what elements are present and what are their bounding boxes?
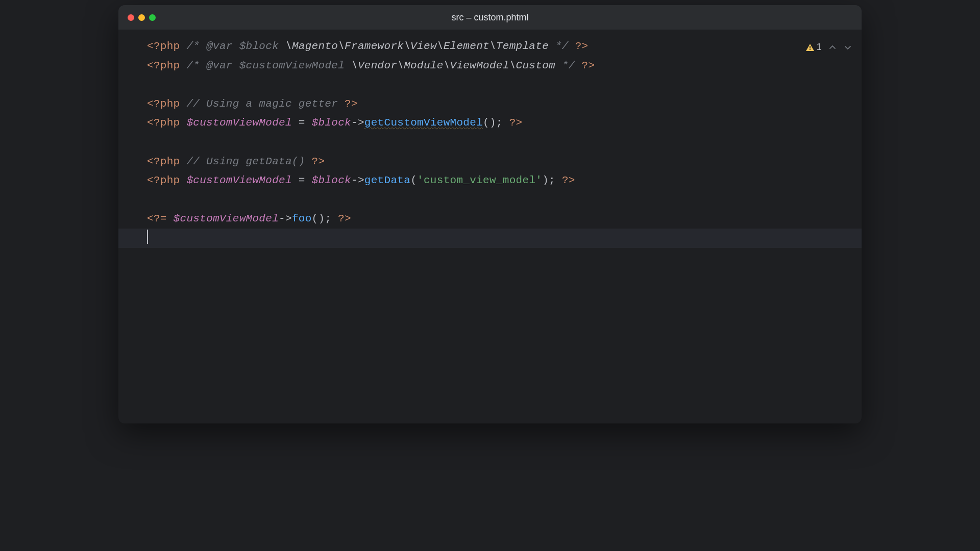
inspection-widget: 1 bbox=[805, 38, 852, 57]
code-line[interactable]: <?php /* @var $block \Magento\Framework\… bbox=[118, 37, 862, 56]
editor-window: src – custom.phtml 1 <?php /* @var $bloc… bbox=[118, 5, 862, 423]
window-controls bbox=[118, 14, 156, 21]
chevron-up-icon bbox=[829, 44, 836, 51]
code-line-current[interactable] bbox=[118, 229, 862, 248]
svg-rect-1 bbox=[810, 49, 811, 50]
code-line[interactable]: <?php // Using a magic getter ?> bbox=[118, 94, 862, 114]
warning-badge[interactable]: 1 bbox=[805, 38, 822, 57]
prev-highlight-button[interactable] bbox=[828, 43, 837, 52]
maximize-icon[interactable] bbox=[149, 14, 156, 21]
next-highlight-button[interactable] bbox=[843, 43, 852, 52]
code-line[interactable]: <?php /* @var $customViewModel \Vendor\M… bbox=[118, 56, 862, 76]
svg-rect-0 bbox=[810, 46, 811, 48]
code-line[interactable] bbox=[118, 75, 862, 94]
code-line[interactable]: <?= $customViewModel->foo(); ?> bbox=[118, 209, 862, 229]
code-line[interactable]: <?php $customViewModel = $block->getData… bbox=[118, 171, 862, 190]
text-cursor bbox=[147, 230, 148, 244]
code-line[interactable]: <?php $customViewModel = $block->getCust… bbox=[118, 113, 862, 133]
code-editor[interactable]: 1 <?php /* @var $block \Magento\Framewor… bbox=[118, 30, 862, 248]
code-line[interactable] bbox=[118, 190, 862, 210]
code-line[interactable]: <?php // Using getData() ?> bbox=[118, 152, 862, 171]
code-line[interactable] bbox=[118, 133, 862, 152]
chevron-down-icon bbox=[844, 44, 851, 51]
warning-icon bbox=[805, 43, 815, 52]
minimize-icon[interactable] bbox=[138, 14, 145, 21]
close-icon[interactable] bbox=[128, 14, 134, 21]
warning-count: 1 bbox=[817, 38, 822, 57]
window-title: src – custom.phtml bbox=[451, 12, 528, 23]
titlebar: src – custom.phtml bbox=[118, 5, 862, 30]
